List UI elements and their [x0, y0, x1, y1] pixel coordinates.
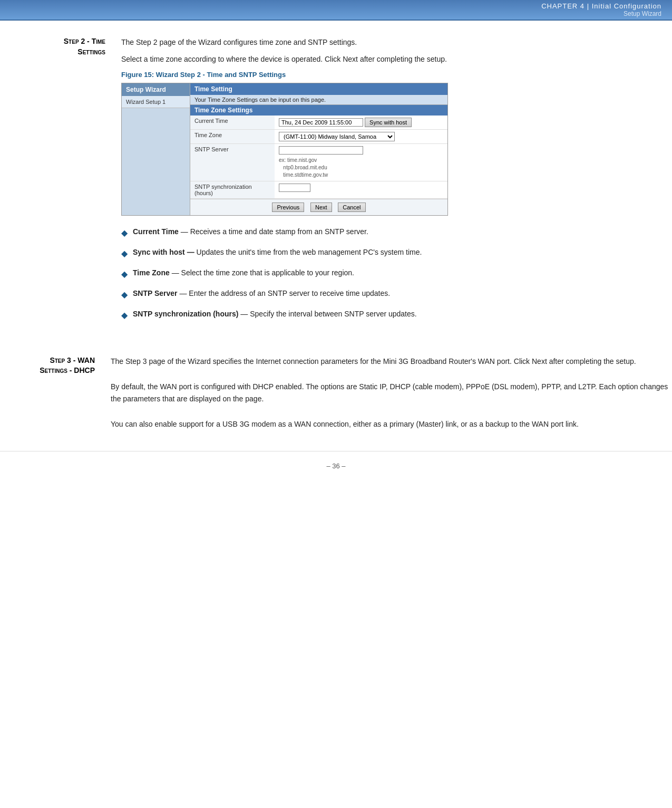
wizard-area: Setup Wizard Wizard Setup 1 Time Setting…	[122, 83, 447, 215]
step3-para2: By default, the WAN port is configured w…	[111, 381, 672, 405]
chapter-number: CHAPTER 4	[541, 2, 585, 10]
list-item: ◆ Current Time — Receives a time and dat…	[121, 226, 661, 239]
step3-heading-line2: Settings - DHCP	[40, 366, 95, 374]
table-row: SNTP Server ex: time.nist.gov ntp0.broad…	[190, 143, 447, 181]
header-right: CHAPTER 4 | Initial Configuration Setup …	[541, 2, 661, 17]
wizard-sidebar-title: Setup Wizard	[122, 83, 190, 96]
step2-right-col: The Step 2 page of the Wizard configures…	[116, 36, 661, 329]
previous-button[interactable]: Previous	[272, 203, 304, 212]
wizard-section-header: Time Zone Settings	[190, 105, 447, 116]
list-term: SNTP synchronization (hours)	[133, 310, 238, 318]
list-desc: Specify the interval between SNTP server…	[250, 310, 416, 318]
chapter-title: | Initial Configuration	[585, 2, 661, 10]
step2-left-col: Step 2 - Time Settings	[11, 36, 116, 329]
sntp-value: ex: time.nist.gov ntp0.broad.mit.edu tim…	[275, 143, 447, 181]
list-item: ◆ SNTP Server — Enter the address of an …	[121, 288, 661, 301]
wizard-table: Current Time Sync with host Time Zone (G…	[190, 116, 447, 199]
chapter-label: CHAPTER 4 | Initial Configuration	[541, 2, 661, 10]
list-item: ◆ SNTP synchronization (hours) — Specify…	[121, 309, 661, 322]
sntp-hint: ex: time.nist.gov ntp0.broad.mit.edu tim…	[279, 157, 443, 179]
bullet-icon: ◆	[121, 247, 128, 260]
wizard-main: Time Setting Your Time Zone Settings can…	[190, 83, 447, 215]
list-term: Sync with host —	[133, 248, 194, 256]
table-row: SNTP synchronization (hours)	[190, 181, 447, 198]
sync-host-button[interactable]: Sync with host	[365, 118, 412, 127]
chapter-sub: Setup Wizard	[541, 10, 661, 17]
step3-section: Step 3 - WAN Settings - DHCP The Step 3 …	[0, 355, 672, 436]
table-row: Current Time Sync with host	[190, 116, 447, 130]
sntp-sync-input[interactable]	[279, 184, 310, 192]
step3-left-col: Step 3 - WAN Settings - DHCP	[0, 355, 105, 436]
sntp-sync-value	[275, 181, 447, 198]
wizard-screenshot: Setup Wizard Wizard Setup 1 Time Setting…	[121, 83, 448, 216]
timezone-value: (GMT-11:00) Midway Island, Samoa	[275, 129, 447, 143]
current-time-input[interactable]	[279, 118, 363, 127]
list-desc: Enter the address of an SNTP server to r…	[189, 289, 390, 297]
cancel-button[interactable]: Cancel	[338, 203, 365, 212]
step3-heading: Step 3 - WAN Settings - DHCP	[0, 355, 95, 376]
step2-intro2: Select a time zone according to where th…	[121, 53, 661, 65]
step2-heading-line1: Step 2 - Time	[64, 37, 105, 45]
bullet-icon: ◆	[121, 227, 128, 239]
wizard-footer: Previous Next Cancel	[190, 199, 447, 215]
figure-caption: Figure 15: Wizard Step 2 - Time and SNTP…	[121, 71, 661, 79]
sntp-input[interactable]	[279, 146, 363, 155]
page-footer: – 36 –	[0, 451, 672, 480]
step3-para3: You can also enable support for a USB 3G…	[111, 418, 672, 430]
list-item-text: SNTP synchronization (hours) — Specify t…	[133, 309, 417, 320]
current-time-label: Current Time	[190, 116, 275, 130]
list-item-text: Time Zone — Select the time zone that is…	[133, 267, 354, 278]
list-item-text: SNTP Server — Enter the address of an SN…	[133, 288, 390, 299]
timezone-label: Time Zone	[190, 129, 275, 143]
timezone-select[interactable]: (GMT-11:00) Midway Island, Samoa	[279, 132, 395, 141]
step3-para1: The Step 3 page of the Wizard specifies …	[111, 355, 672, 367]
page-header: CHAPTER 4 | Initial Configuration Setup …	[0, 0, 672, 21]
wizard-sidebar-item[interactable]: Wizard Setup 1	[122, 96, 190, 108]
list-sep: —	[178, 289, 189, 297]
list-desc: Receives a time and date stamp from an S…	[190, 227, 368, 236]
bullet-icon: ◆	[121, 288, 128, 301]
table-row: Time Zone (GMT-11:00) Midway Island, Sam…	[190, 129, 447, 143]
list-term: Time Zone	[133, 268, 170, 277]
list-sep: —	[170, 268, 181, 277]
list-term: Current Time	[133, 227, 179, 236]
wizard-main-header: Time Setting	[190, 83, 447, 95]
bullet-icon: ◆	[121, 309, 128, 322]
current-time-value: Sync with host	[275, 116, 447, 130]
bullet-icon: ◆	[121, 268, 128, 281]
wizard-sidebar: Setup Wizard Wizard Setup 1	[122, 83, 190, 215]
next-button[interactable]: Next	[310, 203, 332, 212]
step3-heading-line1: Step 3 - WAN	[50, 356, 95, 364]
wizard-main-sub: Your Time Zone Settings can be input on …	[190, 95, 447, 105]
sntp-label: SNTP Server	[190, 143, 275, 181]
list-item-text: Current Time — Receives a time and date …	[133, 226, 368, 237]
list-sep: —	[179, 227, 190, 236]
step2-intro1: The Step 2 page of the Wizard configures…	[121, 36, 661, 48]
page-content: Step 2 - Time Settings The Step 2 page o…	[0, 21, 672, 340]
list-sep: —	[238, 310, 250, 318]
bullet-list: ◆ Current Time — Receives a time and dat…	[121, 226, 661, 322]
list-desc: Select the time zone that is applicable …	[181, 268, 354, 277]
list-item: ◆ Time Zone — Select the time zone that …	[121, 267, 661, 281]
list-term: SNTP Server	[133, 289, 178, 297]
sntp-sync-label: SNTP synchronization (hours)	[190, 181, 275, 198]
list-desc: Updates the unit's time from the web man…	[197, 248, 422, 256]
step2-heading-line2: Settings	[77, 47, 105, 56]
step3-right-col: The Step 3 page of the Wizard specifies …	[105, 355, 672, 436]
list-item: ◆ Sync with host — Updates the unit's ti…	[121, 247, 661, 260]
page-number: – 36 –	[326, 462, 345, 470]
list-item-text: Sync with host — Updates the unit's time…	[133, 247, 422, 258]
step2-heading: Step 2 - Time Settings	[11, 36, 105, 57]
